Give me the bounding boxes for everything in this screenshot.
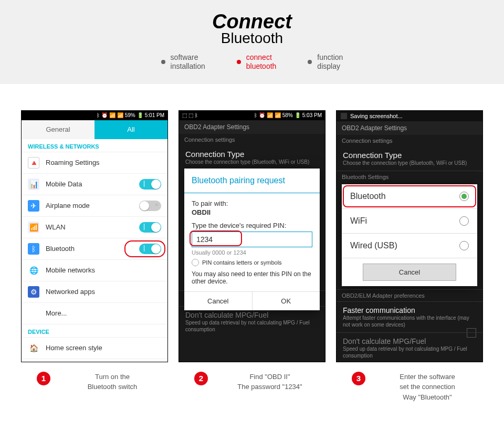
toggle-airplane[interactable]: [139, 201, 161, 211]
tab-general[interactable]: General: [22, 120, 94, 139]
caption-2: 2 Find "OBD II"The password "1234": [178, 372, 326, 403]
pin-label: Type the device's required PIN:: [192, 222, 312, 229]
option-bluetooth[interactable]: Bluetooth: [342, 184, 477, 209]
row-airplane[interactable]: ✈Airplane mode: [22, 195, 167, 217]
section-device: DEVICE: [22, 324, 167, 338]
wifi-icon: 📶: [109, 112, 116, 118]
row-networked-apps[interactable]: ⚙Networked apps: [22, 281, 167, 303]
row-more[interactable]: More...: [22, 303, 167, 324]
bt-icon: ᛒ: [195, 112, 198, 118]
page-title: OBD2 Adapter Settings: [337, 121, 482, 135]
bluetooth-icon: ᛒ: [28, 243, 39, 255]
option-wifi[interactable]: WiFi: [342, 209, 477, 234]
section-connection: Connection settings: [337, 135, 482, 146]
row-sound[interactable]: 🔊Sound: [22, 359, 167, 362]
section-bt-settings: Bluetooth Settings: [337, 171, 482, 183]
nav-steps: softwareinstallation connectbluetooth fu…: [0, 53, 504, 71]
section-prefs: OBD2/ELM Adapter preferences: [337, 289, 482, 301]
item-faster-comm[interactable]: Faster communicationAttempt faster commu…: [337, 301, 482, 332]
home-icon: 🏠: [28, 342, 39, 354]
cancel-button[interactable]: Cancel: [363, 264, 456, 281]
bg-item-mpg[interactable]: Don't calculate MPG/FuelSpeed up data re…: [179, 306, 325, 337]
settings-tabs: General All: [22, 120, 167, 139]
checkbox-icon: [192, 259, 199, 266]
option-wired[interactable]: Wired (USB): [342, 234, 477, 258]
section-wireless: WIRELESS & NETWORKS: [22, 139, 167, 152]
step-number-3: 3: [352, 372, 365, 385]
connection-type-dialog: Bluetooth WiFi Wired (USB) Cancel: [342, 184, 477, 286]
dot-icon: [237, 60, 241, 64]
screenshot-icon: [341, 113, 347, 119]
item-connection-type[interactable]: Connection Type Choose the connection ty…: [179, 145, 325, 170]
row-home-screen[interactable]: 🏠Home screen style: [22, 338, 167, 359]
dialog-title: Bluetooth pairing request: [184, 169, 320, 193]
header: Connect Bluetooth softwareinstallation c…: [0, 0, 504, 84]
row-wlan[interactable]: 📶WLAN: [22, 217, 167, 238]
pair-with-value: OBDII: [192, 208, 312, 216]
status-bar: ⬚⬚ᛒ ᛒ ⏰ 📶 📶 58%🔋 5:03 PM: [179, 111, 325, 120]
networked-apps-icon: ⚙: [28, 286, 39, 298]
roaming-icon: 🔺: [28, 157, 39, 169]
screenshot-3: Saving screenshot... OBD2 Adapter Settin…: [336, 110, 483, 362]
nav-item-connect[interactable]: connectbluetooth: [237, 53, 277, 71]
page-title: OBD2 Adapter Settings: [179, 120, 325, 134]
caption-3: 3 Enter the softwareset the connectionWa…: [336, 372, 483, 403]
dot-icon: [161, 60, 165, 64]
mobile-data-icon: 📊: [28, 178, 39, 190]
obd-icon: ⬚: [182, 112, 187, 118]
nav-item-software[interactable]: softwareinstallation: [161, 53, 205, 71]
highlight-pin: [190, 230, 242, 246]
radio-icon: [459, 241, 469, 250]
row-mobile-data[interactable]: 📊Mobile Data: [22, 174, 167, 195]
step-number-2: 2: [194, 372, 208, 385]
pair-with-label: To pair with:: [192, 200, 312, 207]
caption-1: 1 Turn on theBluetooth switch: [21, 372, 168, 403]
pin-hint: Usually 0000 or 1234: [192, 249, 312, 256]
toggle-mobile-data[interactable]: [139, 179, 161, 190]
toggle-wlan[interactable]: [139, 222, 161, 233]
airplane-icon: ✈: [28, 200, 39, 212]
alarm-icon: ⏰: [101, 112, 108, 118]
row-mobile-networks[interactable]: 🌐Mobile networks: [22, 260, 167, 281]
pin-letters-checkbox[interactable]: PIN contains letters or symbols: [192, 259, 312, 266]
ok-button[interactable]: OK: [253, 292, 320, 310]
mobile-networks-icon: 🌐: [28, 265, 39, 276]
status-bar: ᛒ⏰📶📶 59%🔋 5:01 PM: [22, 111, 167, 120]
highlight-bluetooth-option: [343, 185, 476, 207]
wlan-icon: 📶: [28, 222, 39, 233]
link-icon: ⬚: [188, 112, 193, 118]
pin-note: You may also need to enter this PIN on t…: [192, 270, 312, 285]
radio-icon: [459, 216, 469, 226]
dot-icon: [308, 60, 312, 64]
tab-all[interactable]: All: [94, 120, 167, 139]
title-sub: Bluetooth: [0, 30, 504, 47]
highlight-bluetooth-toggle: [124, 240, 165, 257]
signal-icon: 📶: [117, 112, 123, 118]
nav-item-function[interactable]: functiondisplay: [308, 53, 343, 71]
row-roaming[interactable]: 🔺Roaming Settings: [22, 152, 167, 174]
screenshot-1: ᛒ⏰📶📶 59%🔋 5:01 PM General All WIRELESS &…: [21, 110, 168, 362]
row-bluetooth[interactable]: ᛒBluetooth: [22, 238, 167, 260]
bluetooth-icon: ᛒ: [97, 112, 100, 118]
section-connection: Connection settings: [179, 134, 325, 145]
battery-icon: 🔋: [137, 112, 143, 118]
item-mpg[interactable]: Don't calculate MPG/FuelSpeed up data re…: [337, 332, 482, 362]
screenshot-2: ⬚⬚ᛒ ᛒ ⏰ 📶 📶 58%🔋 5:03 PM OBD2 Adapter Se…: [178, 110, 326, 362]
saving-notification: Saving screenshot...: [337, 111, 482, 121]
step-number-1: 1: [37, 372, 50, 385]
cancel-button[interactable]: Cancel: [184, 292, 253, 310]
item-connection-type[interactable]: Connection TypeChoose the connection typ…: [337, 146, 482, 171]
pairing-dialog: Bluetooth pairing request To pair with: …: [184, 169, 320, 310]
